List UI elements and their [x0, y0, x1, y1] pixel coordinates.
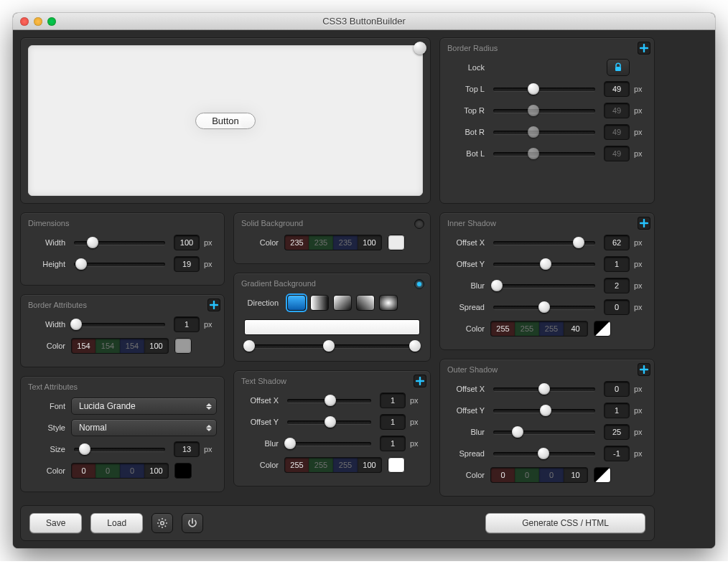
- width-value[interactable]: 100: [174, 235, 200, 250]
- height-slider[interactable]: [71, 258, 168, 271]
- is-offy-value[interactable]: 1: [604, 256, 630, 272]
- style-select[interactable]: Normal: [71, 419, 217, 436]
- border-radius-panel: Border Radius Lock Top L 49 px Top R 49 …: [439, 37, 655, 204]
- window-title: CSS3 ButtonBuilder: [13, 16, 715, 27]
- ts-offy-slider[interactable]: [284, 415, 374, 428]
- border-color-rgba[interactable]: 154 154 154 100: [71, 338, 169, 354]
- dir-diagonal-2[interactable]: [356, 295, 375, 311]
- ts-offx-value[interactable]: 1: [380, 393, 406, 408]
- os-blur-value[interactable]: 25: [604, 424, 630, 440]
- br-value[interactable]: 49: [604, 124, 630, 140]
- size-value[interactable]: 13: [174, 441, 200, 457]
- is-offx-slider[interactable]: [490, 236, 598, 249]
- ts-offy-value[interactable]: 1: [380, 414, 406, 430]
- tr-value[interactable]: 49: [604, 103, 630, 118]
- add-button[interactable]: [638, 363, 650, 376]
- tl-label: Top L: [447, 85, 490, 93]
- add-button[interactable]: [638, 42, 650, 55]
- canvas-color-picker[interactable]: [414, 42, 426, 55]
- settings-button[interactable]: [151, 513, 173, 533]
- lock-toggle[interactable]: [607, 59, 630, 76]
- os-color-swatch[interactable]: [594, 467, 611, 483]
- save-button[interactable]: Save: [29, 513, 82, 533]
- bl-value[interactable]: 49: [604, 146, 630, 161]
- size-slider[interactable]: [71, 443, 168, 456]
- is-spread-label: Spread: [447, 303, 490, 311]
- gradient-stop[interactable]: [243, 340, 255, 352]
- os-offy-slider[interactable]: [490, 404, 598, 417]
- ts-blur-value[interactable]: 1: [380, 436, 406, 451]
- is-blur-slider[interactable]: [490, 279, 598, 292]
- panel-title: Outer Shadow: [447, 365, 647, 374]
- font-select[interactable]: Lucida Grande: [71, 398, 217, 415]
- os-color-label: Color: [447, 471, 490, 479]
- bl-slider[interactable]: [490, 147, 598, 160]
- dir-vertical[interactable]: [287, 295, 306, 311]
- gradient-preview[interactable]: [244, 319, 420, 335]
- svg-line-8: [159, 526, 159, 527]
- os-offx-slider[interactable]: [490, 382, 598, 395]
- inner-shadow-panel: Inner Shadow Offset X62px Offset Y1px Bl…: [439, 212, 655, 350]
- preview-button[interactable]: Button: [195, 113, 256, 129]
- gear-icon: [157, 517, 168, 529]
- ts-color-swatch[interactable]: [388, 457, 405, 473]
- gradient-bg-radio[interactable]: [414, 279, 424, 289]
- os-spread-slider[interactable]: [490, 447, 598, 460]
- solid-color-swatch[interactable]: [388, 235, 405, 250]
- tl-slider[interactable]: [490, 83, 598, 95]
- style-label: Style: [28, 423, 71, 432]
- add-button[interactable]: [638, 217, 650, 230]
- solid-bg-radio[interactable]: [414, 219, 424, 229]
- ts-blur-slider[interactable]: [284, 437, 374, 450]
- solid-color-label: Color: [241, 238, 284, 247]
- is-offy-slider[interactable]: [490, 258, 598, 271]
- generate-button[interactable]: Generate CSS / HTML: [485, 513, 645, 533]
- dir-diagonal-1[interactable]: [333, 295, 352, 311]
- load-button[interactable]: Load: [90, 513, 143, 533]
- width-slider[interactable]: [71, 236, 168, 249]
- outer-shadow-panel: Outer Shadow Offset X0px Offset Y1px Blu…: [439, 359, 655, 497]
- add-button[interactable]: [207, 299, 220, 311]
- is-offx-value[interactable]: 62: [604, 235, 630, 250]
- ts-offx-slider[interactable]: [284, 394, 374, 407]
- ts-color-rgba[interactable]: 255 255 255 100: [284, 457, 382, 473]
- ts-offy-label: Offset Y: [241, 418, 284, 426]
- os-spread-value[interactable]: -1: [604, 446, 630, 461]
- text-color-swatch[interactable]: [174, 463, 192, 479]
- os-blur-slider[interactable]: [490, 426, 598, 438]
- border-width-value[interactable]: 1: [174, 316, 200, 332]
- is-color-rgba[interactable]: 255 255 255 40: [490, 321, 588, 337]
- os-color-rgba[interactable]: 0 0 0 10: [490, 467, 588, 483]
- solid-color-rgba[interactable]: 235 235 235 100: [284, 235, 382, 250]
- text-color-rgba[interactable]: 0 0 0 100: [71, 463, 169, 479]
- svg-line-9: [165, 520, 166, 520]
- preview-canvas: Button: [28, 45, 423, 196]
- is-spread-value[interactable]: 0: [604, 299, 630, 315]
- is-color-swatch[interactable]: [594, 321, 611, 337]
- border-color-swatch[interactable]: [174, 338, 192, 354]
- tl-value[interactable]: 49: [604, 81, 630, 97]
- dir-radial[interactable]: [379, 295, 398, 311]
- is-spread-slider[interactable]: [490, 301, 598, 314]
- power-button[interactable]: [182, 513, 203, 533]
- gradient-stop[interactable]: [323, 340, 335, 352]
- os-offy-value[interactable]: 1: [604, 403, 630, 418]
- height-value[interactable]: 19: [174, 256, 200, 272]
- os-offx-value[interactable]: 0: [604, 381, 630, 397]
- dimensions-panel: Dimensions Width 100 px Height 19 px: [20, 212, 225, 286]
- gradient-stops[interactable]: [246, 339, 419, 352]
- width-label: Width: [28, 238, 71, 247]
- add-button[interactable]: [414, 375, 426, 387]
- bottom-bar: Save Load Generate CSS / HTML: [20, 505, 655, 541]
- gradient-stop[interactable]: [409, 340, 421, 352]
- br-slider[interactable]: [490, 126, 598, 138]
- panel-title: Text Attributes: [28, 382, 217, 391]
- svg-line-7: [165, 526, 166, 527]
- border-width-slider[interactable]: [71, 318, 168, 331]
- is-blur-value[interactable]: 2: [604, 278, 630, 293]
- border-color-label: Color: [28, 342, 71, 350]
- dir-horizontal[interactable]: [310, 295, 329, 311]
- tr-slider[interactable]: [490, 104, 598, 117]
- os-blur-label: Blur: [447, 428, 490, 436]
- height-label: Height: [28, 260, 71, 268]
